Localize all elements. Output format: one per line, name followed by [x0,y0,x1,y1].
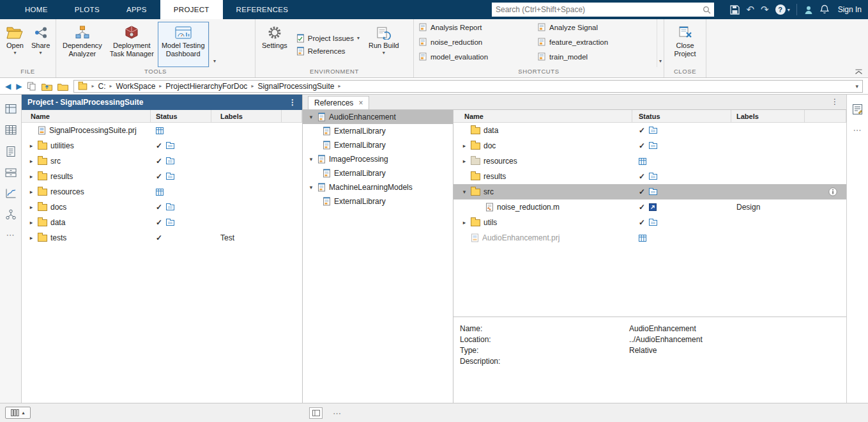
drawer-icon[interactable] [5,168,17,178]
chevron-right-icon[interactable]: ▸ [461,158,468,164]
table-row[interactable]: ▸resources [453,153,846,169]
undo-icon[interactable]: ↶ [746,4,754,15]
shortcut-analysis-report[interactable]: Analysis Report [419,21,538,33]
copy-path-icon[interactable] [27,82,36,91]
up-one-level-icon[interactable] [42,82,52,91]
tree-item-machinelearningmodels[interactable]: ▾ MachineLearningModels [303,180,453,194]
tab-options-icon[interactable]: ⋮ [831,97,839,106]
chevron-right-icon[interactable]: ▸ [28,143,34,149]
column-header-labels[interactable]: Labels [211,110,282,122]
info-icon[interactable] [828,187,837,196]
more-options-icon[interactable]: ⋯ [333,409,342,418]
chevron-down-icon[interactable]: ▾ [308,184,314,191]
settings-button[interactable]: Settings [258,22,291,67]
table-row[interactable]: noise_reduction.m ✓ Design [453,199,846,215]
shortcut-train-model[interactable]: train_model [538,51,657,63]
table-row[interactable]: ▸docs ✓ [22,199,302,215]
breadcrumb-item[interactable]: SignalProcessingSuite [257,82,334,91]
tab-home[interactable]: HOME [11,0,61,19]
tree-item-audioenhancement[interactable]: ▾ AudioEnhancement [303,110,453,124]
chevron-right-icon[interactable]: ▸ [28,204,34,210]
tab-plots[interactable]: PLOTS [61,0,113,19]
table-row[interactable]: results ✓ [453,169,846,184]
chevron-down-icon[interactable]: ▾ [308,156,314,162]
panel-toggle-button[interactable] [309,407,323,419]
property-inspector-icon[interactable] [852,104,863,115]
chevron-right-icon[interactable]: ▸ [28,173,34,180]
notifications-bell-icon[interactable] [820,4,829,15]
table-row-selected[interactable]: ▾src ✓ [453,184,846,199]
table-row[interactable]: SignalProcessingSuite.prj [22,123,302,138]
table-row[interactable]: ▸data ✓ [22,215,302,230]
project-issues-button[interactable]: Project Issues ▾ [296,34,360,43]
table-row[interactable]: ▸utilities ✓ [22,138,302,153]
plot-icon[interactable] [5,188,17,199]
references-button[interactable]: References [296,47,360,56]
layout-panels-icon[interactable] [5,104,17,114]
redo-icon[interactable]: ↷ [761,4,769,15]
notes-icon[interactable] [6,146,16,157]
table-row[interactable]: ▸results ✓ [22,169,302,184]
tools-gallery-expand[interactable]: ▾ [209,22,220,67]
model-testing-dashboard-button[interactable]: Model Testing Dashboard [158,22,209,67]
sign-in-button[interactable]: Sign In [835,5,864,14]
tab-references[interactable]: REFERENCES [223,0,302,19]
tree-item-externallibrary[interactable]: ExternalLibrary [303,166,453,180]
share-button[interactable]: Share ▾ [27,22,54,67]
column-header-status[interactable]: Status [632,110,731,122]
shortcut-analyze-signal[interactable]: Analyze Signal [538,21,657,33]
chevron-right-icon[interactable]: ▸ [461,143,468,149]
search-input[interactable] [492,5,703,14]
shortcut-noise-reduction[interactable]: noise_reduction [419,36,538,48]
breadcrumb[interactable]: ▸ C: ▸ WorkSpace ▸ ProjectHierarchyForDo… [73,80,863,93]
forward-button[interactable]: ▶ [16,82,22,90]
tab-apps[interactable]: APPS [113,0,160,19]
chevron-right-icon[interactable]: ▸ [461,219,468,226]
chevron-down-icon[interactable]: ▾ [308,114,314,120]
tree-item-externallibrary[interactable]: ExternalLibrary [303,124,453,138]
help-menu[interactable]: ? ▾ [775,4,790,15]
hierarchy-icon[interactable] [5,209,17,220]
table-row[interactable]: ▸utils ✓ [453,215,846,230]
open-button[interactable]: Open ▾ [3,22,27,67]
table-row[interactable]: data ✓ [453,123,846,138]
tab-project[interactable]: PROJECT [160,0,223,19]
table-row[interactable]: ▸src ✓ [22,153,302,169]
tree-item-externallibrary[interactable]: ExternalLibrary [303,194,453,208]
column-header-status[interactable]: Status [151,110,211,122]
help-icon[interactable]: ? [775,4,786,15]
workspace-grid-icon[interactable] [5,125,17,136]
table-row[interactable]: AudioEnhancement.prj [453,230,846,246]
breadcrumb-item[interactable]: WorkSpace [116,82,156,91]
table-row[interactable]: ▸doc ✓ [453,138,846,153]
column-header-name[interactable]: Name [453,110,632,122]
panel-options-icon[interactable]: ⋮ [289,98,296,107]
more-panels-icon[interactable]: ⋯ [853,125,862,135]
more-panels-icon[interactable]: ⋯ [6,230,15,240]
breadcrumb-item-drive[interactable]: C: [98,82,105,91]
tab-references-document[interactable]: References × [308,96,369,109]
close-project-button[interactable]: Close Project [670,22,699,67]
tree-item-imageprocessing[interactable]: ▾ ImageProcessing [303,152,453,166]
back-button[interactable]: ◀ [5,82,11,90]
community-icon[interactable] [803,5,814,15]
shortcut-model-evaluation[interactable]: model_evaluation [419,51,538,63]
table-row[interactable]: ▸tests ✓ Test [22,230,302,246]
shortcut-feature-extraction[interactable]: feature_extraction [538,36,657,48]
breadcrumb-item[interactable]: ProjectHierarchyForDoc [165,82,247,91]
collapse-ribbon-button[interactable] [855,68,863,75]
save-icon[interactable] [730,5,740,15]
search-icon[interactable] [703,6,711,14]
close-icon[interactable]: × [358,98,363,107]
chevron-right-icon[interactable]: ▸ [28,158,34,164]
dependency-analyzer-button[interactable]: Dependency Analyzer [59,22,106,67]
chevron-right-icon[interactable]: ▸ [28,189,34,195]
chevron-right-icon[interactable]: ▸ [28,219,34,226]
chevron-down-icon[interactable]: ▾ [461,189,468,195]
breadcrumb-dropdown-icon[interactable]: ▾ [855,83,858,90]
browse-folder-icon[interactable] [57,82,68,91]
restore-panel-button[interactable]: ▴ [5,407,31,419]
deployment-task-manager-button[interactable]: Deployment Task Manager [106,22,158,67]
tree-item-externallibrary[interactable]: ExternalLibrary [303,138,453,152]
shortcuts-gallery-expand[interactable]: ▾ [657,19,664,67]
